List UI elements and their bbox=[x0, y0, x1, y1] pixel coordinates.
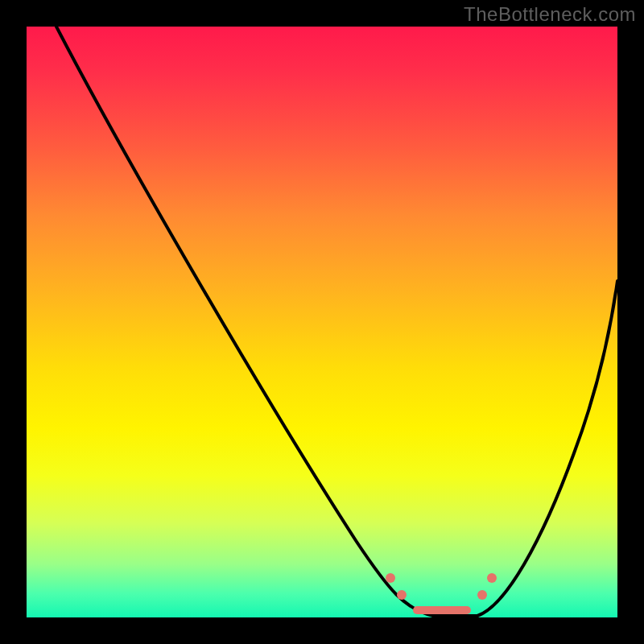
chart-frame: TheBottleneck.com bbox=[0, 0, 644, 644]
valley-marker-left-inner bbox=[397, 590, 407, 600]
plot-area bbox=[27, 27, 617, 617]
valley-markers bbox=[27, 27, 617, 617]
valley-marker-left-outer bbox=[386, 573, 395, 583]
valley-center-band bbox=[413, 606, 471, 614]
valley-marker-right-inner bbox=[477, 590, 487, 600]
watermark-text: TheBottleneck.com bbox=[464, 3, 636, 26]
valley-marker-right-outer bbox=[487, 573, 497, 583]
